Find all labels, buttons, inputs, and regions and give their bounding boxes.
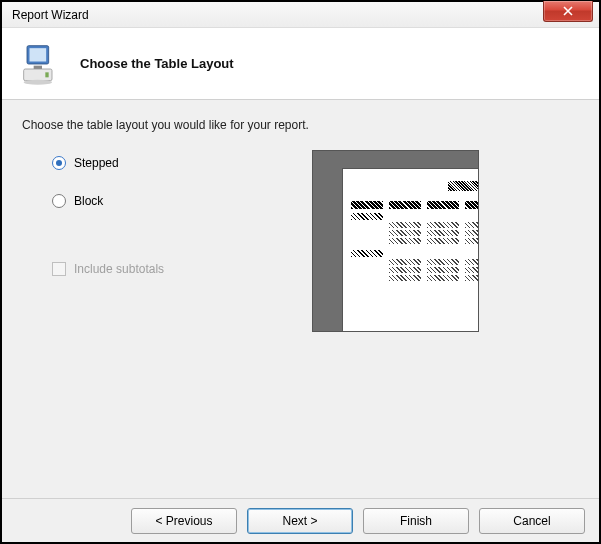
footer: < Previous Next > Finish Cancel [2, 498, 599, 542]
close-icon [563, 6, 573, 16]
next-button[interactable]: Next > [247, 508, 353, 534]
radio-block[interactable]: Block [52, 194, 232, 208]
preview-page [343, 169, 479, 332]
radio-icon [52, 194, 66, 208]
previous-button[interactable]: < Previous [131, 508, 237, 534]
svg-point-5 [24, 79, 52, 84]
checkbox-include-subtotals: Include subtotals [52, 262, 232, 276]
computer-icon [22, 42, 62, 86]
checkbox-icon [52, 262, 66, 276]
radio-label: Block [74, 194, 103, 208]
window-title: Report Wizard [12, 8, 89, 22]
radio-icon [52, 156, 66, 170]
instruction-text: Choose the table layout you would like f… [22, 118, 579, 132]
radio-label: Stepped [74, 156, 119, 170]
radio-stepped[interactable]: Stepped [52, 156, 232, 170]
cancel-button[interactable]: Cancel [479, 508, 585, 534]
body: Choose the table layout you would like f… [2, 100, 599, 498]
finish-button[interactable]: Finish [363, 508, 469, 534]
svg-rect-4 [45, 72, 48, 77]
svg-rect-2 [34, 65, 42, 68]
close-button[interactable] [543, 1, 593, 22]
checkbox-label: Include subtotals [74, 262, 164, 276]
wizard-window: Report Wizard Choose the Table Layout Ch… [2, 2, 599, 542]
svg-rect-1 [30, 48, 47, 61]
page-title: Choose the Table Layout [80, 56, 234, 71]
titlebar: Report Wizard [2, 2, 599, 28]
header: Choose the Table Layout [2, 28, 599, 100]
layout-options: Stepped Block Include subtotals [52, 156, 232, 276]
layout-preview [312, 150, 479, 332]
